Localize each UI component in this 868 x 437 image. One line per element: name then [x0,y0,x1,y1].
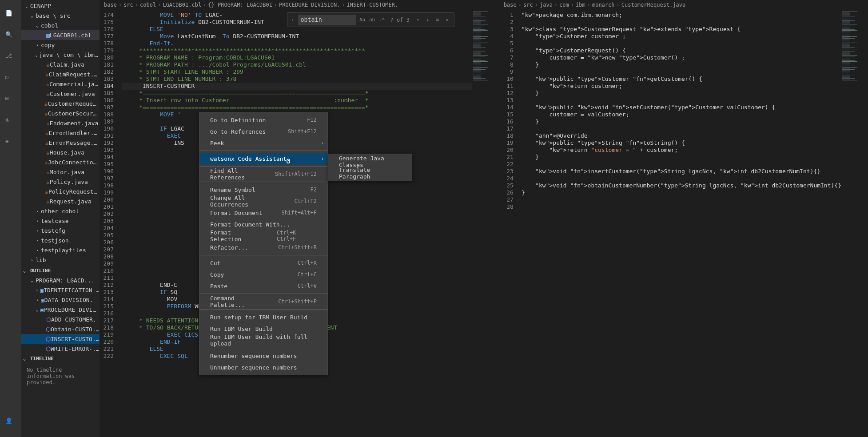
breadcrumb-left[interactable]: base›src›cobol›LGACDB01.cbl›{} PROGRAM: … [100,0,499,10]
folder-item[interactable]: ›testjson [21,235,100,245]
find-whole-word[interactable]: ab [368,16,377,24]
menu-item[interactable]: Refactor...Ctrl+Shift+R [199,242,327,253]
file-item[interactable]: ☕ Claim.java [21,60,100,69]
find-prev[interactable]: ↑ [414,16,422,24]
file-item[interactable]: ☕ ClaimRequest.java [21,69,100,79]
file-item[interactable]: ☕ Commercial.java [21,79,100,89]
menu-item[interactable]: Format DocumentShift+Alt+F [199,207,327,218]
menu-item[interactable]: Rename SymbolF2 [199,184,327,195]
breadcrumb-item[interactable]: INSERT-CUSTOMER. [347,2,398,8]
timeline-header[interactable]: ⌄TIMELINE [21,354,100,363]
file-item[interactable]: ☕ Policy.java [21,177,100,187]
folder-item[interactable]: ›testplayfiles [21,245,100,255]
menu-item[interactable]: CopyCtrl+C [199,269,327,280]
source-control-icon[interactable]: ⎇ [5,52,16,63]
file-item[interactable]: ☕ ErrorMessage.java [21,138,100,147]
search-icon[interactable]: 🔍 [5,31,16,42]
breadcrumb-item[interactable]: com [559,2,569,8]
file-item[interactable]: ☕ Request.java [21,196,100,206]
file-item[interactable]: ☕ JdbcConnection.ja... [21,157,100,167]
folder-copy[interactable]: ›copy [21,40,100,50]
testing-icon[interactable]: ⚗ [5,116,16,127]
menu-item[interactable]: PasteCtrl+V [199,280,327,292]
menu-item[interactable]: watsonx Code Assistant› [199,153,327,164]
outline-item[interactable]: ⬡ WRITE-ERROR-... [21,344,100,354]
root-folder[interactable]: ⌄GENAPP [21,1,100,11]
gutter-left: 1741751761771781791801811821831841851861… [100,10,122,437]
find-close[interactable]: ✕ [443,16,452,24]
breadcrumb-item[interactable]: src [523,2,533,8]
run-debug-icon[interactable]: ▷ [5,74,16,84]
file-item[interactable]: ☕ CustomerSecure.ja... [21,108,100,118]
find-toggle-replace[interactable]: › [289,17,296,22]
outline-item[interactable]: ⌄PROGRAM: LGACD... [21,275,100,285]
file-item[interactable]: ☕ CustomerRequest.ja... [21,99,100,108]
outline-item[interactable]: ⬡ ADD-CUSTOMER. [21,314,100,324]
breadcrumb-item[interactable]: ibm [576,2,585,8]
breadcrumb-item[interactable]: CustomerRequest.java [621,2,686,8]
outline-item[interactable]: ⌄▣ PROCEDURE DIVI... [21,305,100,314]
breadcrumb-item[interactable]: base [504,2,517,8]
outline-item[interactable]: ›▣ IDENTIFICATION ... [21,285,100,295]
folder-item[interactable]: ›testcase [21,216,100,226]
folder-java-path[interactable]: ⌄java \ com \ ibm \ mo... [21,50,100,60]
folder-cobol[interactable]: ⌄cobol [21,20,100,30]
menu-item[interactable]: Renumber sequence numbers [199,350,327,362]
menu-item[interactable]: Format Document With... [199,218,327,230]
file-item[interactable]: ☕ Customer.java [21,89,100,99]
breadcrumb-item[interactable]: java [540,2,553,8]
find-match-case[interactable]: Aa [358,16,367,24]
find-regex[interactable]: .* [378,16,386,24]
menu-item[interactable]: Command Palette...Ctrl+Shift+P [199,296,327,307]
folder-lib[interactable]: ›lib [21,255,100,265]
code-right[interactable]: "kw">package com.ibm.monarch;"kw">class … [522,10,841,437]
submenu-item[interactable]: Translate Paragraph [328,167,412,179]
folder-item[interactable]: ›other cobol [21,206,100,216]
file-lgacdb01[interactable]: ▦ LGACDB01.cbl [21,30,100,40]
menu-item[interactable]: Unnumber sequence numbers [199,362,327,373]
mouse-cursor [284,158,292,166]
folder-item[interactable]: ›testcfg [21,226,100,235]
context-submenu: Generate Java ClassesTranslate Paragraph [328,154,412,181]
file-item[interactable]: ☕ ErrorHandler.java [21,128,100,138]
outline-item[interactable]: ›▣ DATA DIVISION. [21,295,100,305]
breadcrumb-item[interactable]: cobol [140,2,156,8]
folder-base-src[interactable]: ⌄base \ src [21,11,100,20]
submenu-item[interactable]: Generate Java Classes [328,156,412,167]
minimap-right[interactable] [841,10,868,437]
breadcrumb-item[interactable]: {} PROGRAM: LGACDB01 [208,2,272,8]
menu-item[interactable]: Format SelectionCtrl+K Ctrl+F [199,230,327,242]
find-next[interactable]: ↓ [423,16,432,24]
minimap-left[interactable] [472,10,499,437]
file-item[interactable]: ☕ Motor.java [21,167,100,177]
menu-item[interactable]: Peek› [199,137,327,149]
menu-item[interactable]: Go to ReferencesShift+F12 [199,126,327,137]
menu-item[interactable]: Go to DefinitionF12 [199,114,327,126]
extensions-icon[interactable]: ⊞ [5,95,16,106]
menu-item[interactable]: Change All OccurrencesCtrl+F2 [199,195,327,207]
breadcrumb-item[interactable]: base [104,2,117,8]
assistant-icon[interactable]: ◈ [5,138,16,148]
accounts-icon[interactable]: 👤 [5,417,16,428]
breadcrumb-item[interactable]: src [123,2,133,8]
find-filter[interactable]: ≡ [433,16,442,24]
menu-item[interactable]: Run setup for IBM User Build [199,311,327,323]
file-item[interactable]: ☕ Endowment.java [21,118,100,128]
file-item[interactable]: ☕ PolicyRequest.java [21,187,100,196]
menu-item[interactable]: CutCtrl+X [199,257,327,269]
breadcrumb-right[interactable]: base›src›java›com›ibm›monarch›CustomerRe… [499,0,868,10]
menu-item[interactable]: Run IBM User Build with full upload [199,334,327,346]
code-area-right[interactable]: 1234567891011121314151617181920212223242… [499,10,868,437]
outline-item[interactable]: ⬡ Obtain-CUSTO... [21,324,100,334]
outline-item[interactable]: ⬡ INSERT-CUSTO... [21,334,100,344]
explorer-icon[interactable]: 📄 [5,10,16,20]
breadcrumb-item[interactable]: monarch [592,2,615,8]
file-item[interactable]: ☕ House.java [21,147,100,157]
menu-item[interactable]: Run IBM User Build [199,323,327,334]
outline-header[interactable]: ⌄OUTLINE [21,266,100,275]
breadcrumb-item[interactable]: LGACDB01.cbl [163,2,201,8]
breadcrumb-item[interactable]: PROCEDURE DIVISION. [279,2,340,8]
find-widget: › Aa ab .* ? of 3 ↑ ↓ ≡ ✕ [287,12,454,27]
menu-item[interactable]: Find All ReferencesShift+Alt+F12 [199,168,327,180]
find-input[interactable] [298,15,356,25]
